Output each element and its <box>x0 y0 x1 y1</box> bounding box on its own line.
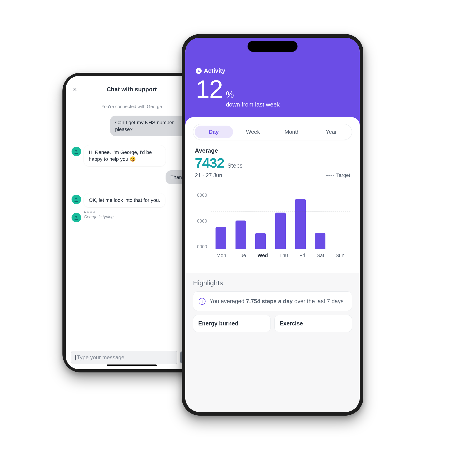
message-bubble: Can I get my NHS number please? <box>110 116 192 136</box>
chart-x-label: Thu <box>279 253 288 258</box>
message-input-placeholder: Type your message <box>77 354 124 361</box>
period-segmented-control: Day Week Month Year <box>193 124 352 140</box>
target-line-icon <box>326 175 334 176</box>
trend-down-icon <box>196 68 202 74</box>
message-out: Can I get my NHS number please? <box>71 116 192 141</box>
chart-bar <box>255 233 266 249</box>
message-in: OK, let me look into that for you. <box>71 193 192 207</box>
agent-avatar <box>71 213 81 222</box>
chart-bar <box>236 221 246 249</box>
target-legend: Target <box>326 172 350 178</box>
chart-bar <box>275 213 286 249</box>
hero-percent-symbol: % <box>226 89 234 100</box>
chart-x-label: Sun <box>336 253 344 258</box>
typing-label: George is typing <box>84 215 114 219</box>
chart-x-label: Fri <box>299 253 305 258</box>
highlights-title: Highlights <box>193 279 352 287</box>
chart-bar <box>216 227 226 249</box>
highlight-card: i You averaged 7.754 steps a day over th… <box>193 291 352 311</box>
chart-x-label: Tue <box>238 253 246 258</box>
dynamic-island <box>248 41 298 52</box>
chat-body[interactable]: Can I get my NHS number please? Hi Renee… <box>66 113 198 347</box>
chart-x-label: Mon <box>216 253 226 258</box>
message-bubble: Hi Renee. I'm George, I'd be happy to he… <box>84 145 166 166</box>
chat-header: Chat with support <box>66 85 198 98</box>
home-indicator <box>107 364 157 366</box>
hero-label: Activity <box>204 67 225 74</box>
typing-dots-icon <box>84 211 114 213</box>
info-icon: i <box>199 298 205 305</box>
average-label: Average <box>195 147 350 154</box>
chart-y-label: 0000 <box>195 244 207 249</box>
agent-avatar <box>71 147 81 156</box>
agent-avatar <box>71 195 81 204</box>
steps-bar-chart: 000000000000 MonTueWedThuFriSatSun <box>195 193 350 258</box>
chart-x-label: Wed <box>257 253 268 258</box>
svg-point-1 <box>75 198 77 199</box>
chart-bar <box>295 199 306 249</box>
tab-week[interactable]: Week <box>234 126 272 138</box>
hero-subtitle: down from last week <box>226 101 280 108</box>
card-exercise[interactable]: Exercise <box>274 315 352 332</box>
tab-month[interactable]: Month <box>273 126 311 138</box>
chat-title: Chat with support <box>78 86 185 93</box>
highlight-text: You averaged 7.754 steps a day over the … <box>210 297 344 305</box>
chart-y-label: 0000 <box>195 193 207 198</box>
svg-point-2 <box>75 216 77 218</box>
hero-percent-value: 12 <box>196 77 222 102</box>
divider <box>185 267 360 267</box>
chart-x-label: Sat <box>317 253 324 258</box>
average-value: 7432 <box>195 155 224 171</box>
message-in: Hi Renee. I'm George, I'd be happy to he… <box>71 145 192 166</box>
svg-point-0 <box>75 150 77 152</box>
tab-day[interactable]: Day <box>195 126 233 138</box>
chart-y-label: 0000 <box>195 219 207 224</box>
average-unit: Steps <box>227 162 242 169</box>
chart-bar <box>315 233 325 249</box>
typing-indicator: George is typing <box>71 211 192 222</box>
phone-activity: Activity 12 % down from last week Day We… <box>182 34 363 416</box>
card-energy-burned[interactable]: Energy burned <box>193 315 271 332</box>
chat-connection-status: You're connected with George <box>66 98 198 113</box>
tab-year[interactable]: Year <box>312 126 351 138</box>
phone-chat: Chat with support You're connected with … <box>62 73 201 373</box>
close-icon[interactable] <box>71 86 78 93</box>
message-bubble: OK, let me look into that for you. <box>84 193 165 207</box>
target-legend-label: Target <box>336 172 350 178</box>
date-range: 21 - 27 Jun <box>195 172 222 178</box>
message-out: Thanks <box>71 170 192 189</box>
message-input[interactable]: |Type your message <box>71 351 177 364</box>
